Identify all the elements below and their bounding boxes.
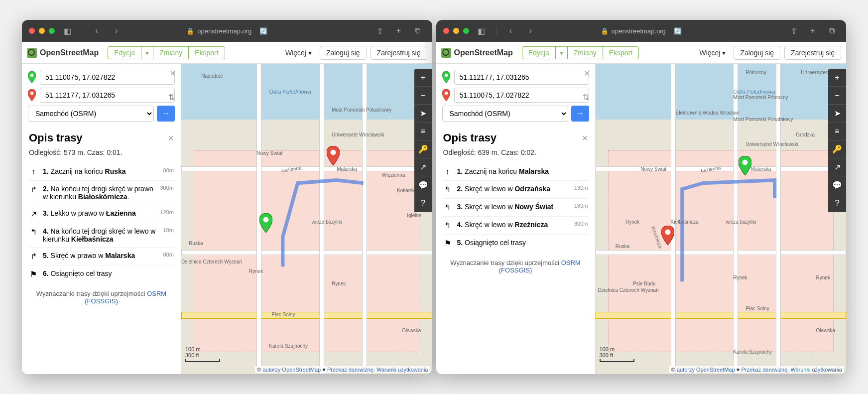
nav-edit-dropdown[interactable]: ▾ — [141, 47, 153, 59]
new-tab-icon[interactable]: + — [391, 24, 406, 37]
step-item[interactable]: ⚑ 5. Osiągnięto cel trasy — [443, 235, 588, 252]
layers-icon[interactable]: ≡ — [414, 123, 432, 140]
share-icon[interactable]: ⇧ — [786, 24, 801, 37]
minimize-window-icon[interactable] — [453, 28, 459, 34]
signup-button[interactable]: Zarejestruj się — [784, 46, 841, 60]
tabs-icon[interactable]: ⧉ — [824, 24, 839, 37]
minimize-window-icon[interactable] — [39, 28, 45, 34]
reader-icon[interactable]: 🔄 — [259, 27, 267, 35]
nav-export[interactable]: Eksport — [603, 47, 638, 59]
zoom-out-icon[interactable]: − — [414, 87, 432, 105]
note-icon[interactable]: 💬 — [414, 176, 432, 194]
map[interactable]: Odra Południowa Północny Uniwersytecki M… — [596, 64, 847, 374]
attribution-donate[interactable]: Przekaż darowiznę — [741, 367, 787, 373]
back-icon[interactable]: ‹ — [503, 24, 518, 37]
step-item[interactable]: ↱ 2. Na końcu tej drogi skręć w prawo w … — [29, 181, 174, 205]
nav-edit[interactable]: Edycja — [108, 47, 141, 59]
route-form: × ⇅ Samochód (OSRM) → — [436, 64, 595, 128]
engine-select[interactable]: Samochód (OSRM) — [442, 106, 568, 122]
login-button[interactable]: Zaloguj się — [734, 46, 780, 60]
nav-more[interactable]: Więcej ▾ — [281, 47, 316, 59]
forward-icon[interactable]: › — [109, 24, 124, 37]
step-item[interactable]: ↰ 2. Skręć w lewo w Odrzańska 130m — [443, 181, 588, 199]
share-map-icon[interactable]: ↗ — [414, 158, 432, 176]
attribution-terms[interactable]: Warunki użytkowania — [376, 367, 428, 373]
forward-icon[interactable]: › — [523, 24, 538, 37]
attribution-authors[interactable]: autorzy OpenStreetMap — [262, 367, 321, 373]
marker-to[interactable] — [661, 226, 674, 246]
zoom-window-icon[interactable] — [49, 28, 55, 34]
close-icon[interactable]: × — [170, 68, 176, 79]
attribution-authors[interactable]: autorzy OpenStreetMap — [677, 367, 735, 373]
locate-icon[interactable]: ➤ — [414, 105, 432, 123]
step-item[interactable]: ↰ 4. Skręć w lewo w Rzeźnicza 300m — [443, 217, 588, 235]
query-icon[interactable]: ? — [828, 194, 846, 212]
close-window-icon[interactable] — [443, 28, 449, 34]
lock-icon: 🔒 — [601, 27, 609, 35]
close-route-icon[interactable]: × — [168, 132, 174, 144]
pin-to-icon — [442, 89, 450, 101]
new-tab-icon[interactable]: + — [805, 24, 820, 37]
step-item[interactable]: ↑ 1. Zacznij na końcu Ruska 80m — [29, 163, 174, 181]
share-map-icon[interactable]: ↗ — [828, 158, 846, 176]
step-item[interactable]: ↱ 5. Skręć w prawo w Malarska 80m — [29, 248, 174, 265]
back-icon[interactable]: ‹ — [89, 24, 104, 37]
key-icon[interactable]: 🔑 — [828, 140, 846, 158]
to-input[interactable] — [40, 88, 175, 103]
logo[interactable]: OpenStreetMap — [27, 48, 99, 58]
map[interactable]: Odra Południowa Nadodrze Most Pomorski P… — [181, 64, 432, 374]
go-button[interactable]: → — [571, 106, 589, 122]
query-icon[interactable]: ? — [414, 194, 432, 212]
login-button[interactable]: Zaloguj się — [320, 46, 367, 60]
nav-edit-dropdown[interactable]: ▾ — [556, 47, 568, 59]
layers-icon[interactable]: ≡ — [828, 123, 846, 140]
nav-export[interactable]: Eksport — [189, 47, 224, 59]
reader-icon[interactable]: 🔄 — [674, 27, 682, 35]
to-input[interactable] — [454, 88, 589, 103]
share-icon[interactable]: ⇧ — [372, 24, 387, 37]
sidebar-toggle-icon[interactable]: ◧ — [60, 24, 75, 37]
engine-select[interactable]: Samochód (OSRM) — [28, 106, 154, 122]
note-icon[interactable]: 💬 — [828, 176, 846, 194]
marker-from[interactable] — [259, 213, 272, 233]
close-window-icon[interactable] — [29, 28, 35, 34]
step-item[interactable]: ⚑ 6. Osiągnięto cel trasy — [29, 265, 174, 283]
signup-button[interactable]: Zarejestruj się — [371, 46, 427, 60]
tabs-icon[interactable]: ⧉ — [410, 24, 425, 37]
step-distance: 180m — [574, 203, 588, 209]
step-item[interactable]: ↰ 3. Skręć w lewo w Nowy Świat 180m — [443, 199, 588, 217]
step-distance: 80m — [163, 167, 174, 173]
nav-history[interactable]: Zmiany — [568, 47, 603, 59]
zoom-out-icon[interactable]: − — [828, 87, 846, 105]
logo[interactable]: OpenStreetMap — [441, 48, 513, 58]
nav-edit[interactable]: Edycja — [522, 47, 556, 59]
step-item[interactable]: ↗ 3. Lekko w prawo w Łazienna 120m — [29, 205, 174, 223]
nav-more[interactable]: Więcej ▾ — [695, 47, 730, 59]
nav-history[interactable]: Zmiany — [153, 47, 189, 59]
separator — [496, 26, 496, 35]
attribution-donate[interactable]: Przekaż darowiznę — [327, 367, 373, 373]
go-button[interactable]: → — [157, 106, 175, 122]
key-icon[interactable]: 🔑 — [414, 140, 432, 158]
zoom-window-icon[interactable] — [463, 28, 469, 34]
swap-icon[interactable]: ⇅ — [583, 93, 589, 102]
address-bar[interactable]: 🔒 openstreetmap.org 🔄 — [186, 27, 267, 35]
address-bar[interactable]: 🔒 openstreetmap.org 🔄 — [601, 27, 682, 35]
close-route-icon[interactable]: × — [582, 132, 588, 144]
step-distance: 120m — [160, 209, 174, 215]
zoom-in-icon[interactable]: + — [828, 69, 846, 87]
from-input[interactable] — [454, 70, 589, 85]
sidebar-toggle-icon[interactable]: ◧ — [474, 24, 489, 37]
logo-icon — [27, 48, 37, 58]
marker-from[interactable] — [739, 156, 751, 176]
step-item[interactable]: ↰ 4. Na końcu tej drogi skręć w lewo w k… — [29, 223, 174, 248]
zoom-in-icon[interactable]: + — [414, 69, 432, 87]
marker-to[interactable] — [327, 146, 340, 166]
from-input[interactable] — [40, 70, 175, 85]
locate-icon[interactable]: ➤ — [828, 105, 846, 123]
close-icon[interactable]: × — [584, 68, 590, 79]
swap-icon[interactable]: ⇅ — [168, 93, 175, 102]
svg-point-2 — [263, 217, 269, 223]
attribution-terms[interactable]: Warunki użytkowania — [790, 367, 842, 373]
step-item[interactable]: ↑ 1. Zacznij na końcu Malarska — [443, 163, 588, 181]
